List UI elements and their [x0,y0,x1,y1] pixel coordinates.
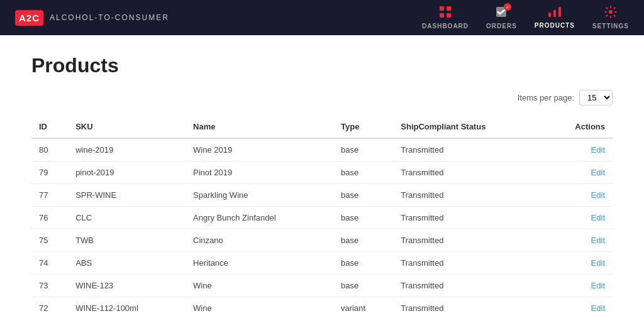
table-row: 74 ABS Heritance base Transmitted Edit [31,252,613,275]
svg-rect-6 [553,10,556,17]
cell-status: Transmitted [393,252,544,275]
main-content: Products Items per page: 15 10 25 50 ID … [0,35,644,316]
cell-status: Transmitted [393,229,544,252]
cell-type: base [333,252,393,275]
cell-name: Wine [186,297,333,317]
cell-id: 76 [31,207,68,229]
cell-actions: Edit [545,138,613,161]
cell-type: base [333,207,393,229]
cell-name: Heritance [186,252,333,275]
svg-rect-0 [440,6,444,11]
col-header-actions: Actions [545,116,613,138]
table-row: 72 WINE-112-100ml Wine variant Transmitt… [31,297,613,317]
svg-rect-7 [558,7,561,17]
cell-id: 77 [31,184,68,207]
dashboard-icon [439,6,452,21]
cell-id: 79 [31,161,68,184]
cell-sku: WINE-123 [68,275,186,297]
cell-actions: Edit [545,297,613,317]
col-header-type: Type [333,116,393,138]
nav-item-orders[interactable]: ✓ ORDERS [486,6,517,30]
nav-item-settings[interactable]: SETTINGS [592,6,629,30]
table-row: 76 CLC Angry Bunch Zinfandel base Transm… [31,207,613,229]
products-icon [548,6,562,21]
cell-id: 73 [31,275,68,297]
table-header-row: ID SKU Name Type ShipCompliant Status Ac… [31,116,613,138]
cell-status: Transmitted [393,138,544,161]
edit-link[interactable]: Edit [591,168,605,177]
cell-name: Angry Bunch Zinfandel [186,207,333,229]
orders-badge: ✓ [504,3,511,11]
edit-link[interactable]: Edit [591,303,605,313]
edit-link[interactable]: Edit [591,145,605,155]
cell-actions: Edit [545,207,613,229]
table-row: 80 wine-2019 Wine 2019 base Transmitted … [31,138,613,161]
col-header-id: ID [31,116,68,138]
svg-rect-2 [440,13,444,18]
nav-label-dashboard: DASHBOARD [422,23,469,30]
cell-status: Transmitted [393,161,544,184]
cell-sku: ABS [68,252,186,275]
cell-type: base [333,138,393,161]
cell-actions: Edit [545,275,613,297]
cell-id: 75 [31,229,68,252]
table-row: 73 WINE-123 Wine base Transmitted Edit [31,275,613,297]
table-row: 75 TWB Cinzano base Transmitted Edit [31,229,613,252]
cell-id: 72 [31,297,68,317]
cell-id: 80 [31,138,68,161]
edit-link[interactable]: Edit [591,258,605,268]
cell-actions: Edit [545,161,613,184]
cell-status: Transmitted [393,184,544,207]
cell-name: Wine 2019 [186,138,333,161]
brand: A2C ALCOHOL-TO-CONSUMER [15,10,169,26]
cell-id: 74 [31,252,68,275]
table-controls: Items per page: 15 10 25 50 [31,90,613,106]
navbar: A2C ALCOHOL-TO-CONSUMER DASHBOARD [0,0,644,35]
cell-sku: TWB [68,229,186,252]
cell-type: base [333,229,393,252]
nav-label-settings: SETTINGS [592,23,629,30]
nav-item-products[interactable]: PRODUCTS [535,6,575,29]
cell-type: base [333,275,393,297]
products-table: ID SKU Name Type ShipCompliant Status Ac… [31,116,613,316]
cell-status: Transmitted [393,297,544,317]
nav-item-dashboard[interactable]: DASHBOARD [422,6,469,30]
col-header-status: ShipCompliant Status [393,116,544,138]
cell-name: Wine [186,275,333,297]
nav-label-orders: ORDERS [486,23,517,30]
cell-sku: wine-2019 [68,138,186,161]
settings-icon [604,6,617,21]
svg-point-8 [609,10,613,14]
cell-actions: Edit [545,252,613,275]
cell-actions: Edit [545,229,613,252]
cell-name: Sparkling Wine [186,184,333,207]
cell-status: Transmitted [393,275,544,297]
orders-icon: ✓ [495,6,508,21]
edit-link[interactable]: Edit [591,190,605,200]
svg-rect-3 [447,13,451,18]
col-header-name: Name [186,116,333,138]
cell-name: Cinzano [186,229,333,252]
table-row: 77 SPR-WINE Sparkling Wine base Transmit… [31,184,613,207]
table-row: 79 pinot-2019 Pinot 2019 base Transmitte… [31,161,613,184]
svg-rect-5 [548,13,551,17]
cell-type: base [333,184,393,207]
cell-sku: SPR-WINE [68,184,186,207]
edit-link[interactable]: Edit [591,236,605,245]
edit-link[interactable]: Edit [591,213,605,222]
nav-label-products: PRODUCTS [535,22,575,29]
cell-name: Pinot 2019 [186,161,333,184]
cell-sku: pinot-2019 [68,161,186,184]
brand-tagline: ALCOHOL-TO-CONSUMER [50,13,169,22]
nav-menu: DASHBOARD ✓ ORDERS PRODUCTS [422,6,629,30]
items-per-page-select[interactable]: 15 10 25 50 [579,90,613,106]
page-title: Products [31,54,613,77]
cell-type: base [333,161,393,184]
svg-rect-1 [447,6,451,11]
cell-actions: Edit [545,184,613,207]
col-header-sku: SKU [68,116,186,138]
cell-sku: CLC [68,207,186,229]
cell-status: Transmitted [393,207,544,229]
cell-sku: WINE-112-100ml [68,297,186,317]
edit-link[interactable]: Edit [591,281,605,290]
